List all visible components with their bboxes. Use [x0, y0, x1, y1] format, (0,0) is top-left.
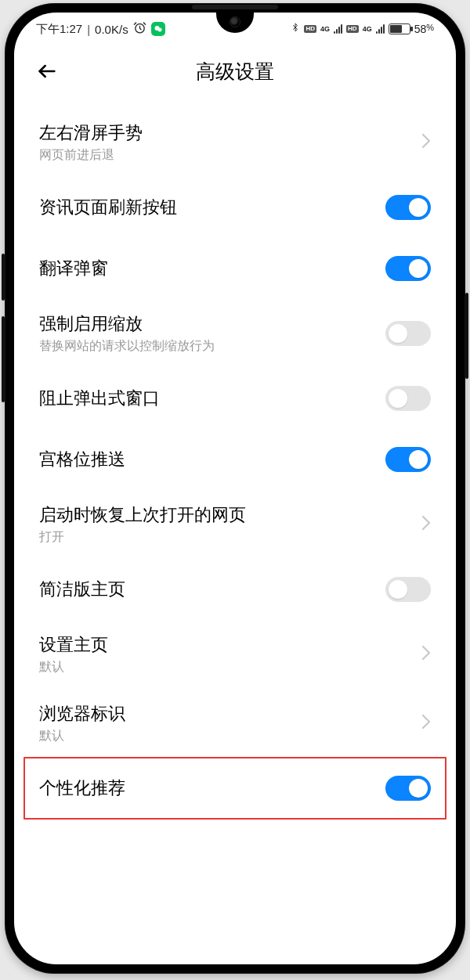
signal-bars-sim1: [334, 24, 342, 34]
app-header: 高级设置: [14, 45, 456, 97]
row-block-popups[interactable]: 阻止弹出式窗口: [14, 368, 456, 429]
power-button: [465, 293, 468, 379]
sim1-net-label: 4G: [320, 26, 330, 33]
row-label: 简洁版主页: [39, 578, 125, 601]
front-camera: [230, 16, 240, 27]
phone-frame: 下午1:27 | 0.0K/s HD 4G HD 4G: [5, 3, 465, 974]
back-button[interactable]: [31, 56, 63, 87]
screen: 下午1:27 | 0.0K/s HD 4G HD 4G: [14, 13, 456, 964]
alarm-icon: [133, 21, 146, 37]
row-subtitle: 默认: [39, 728, 125, 744]
row-news-refresh-button[interactable]: 资讯页面刷新按钮: [14, 177, 456, 238]
toggle-translate-popup[interactable]: [385, 256, 431, 281]
row-swipe-gesture[interactable]: 左右滑屏手势 网页前进后退: [14, 108, 456, 177]
row-subtitle: 网页前进后退: [39, 147, 143, 164]
row-force-zoom[interactable]: 强制启用缩放 替换网站的请求以控制缩放行为: [14, 299, 456, 368]
status-separator: |: [87, 23, 90, 36]
volume-down-button: [2, 316, 5, 402]
row-label: 资讯页面刷新按钮: [39, 196, 177, 219]
row-label: 翻译弹窗: [39, 257, 108, 280]
toggle-grid-push[interactable]: [385, 447, 431, 472]
bluetooth-icon: [291, 21, 300, 37]
settings-list: 左右滑屏手势 网页前进后退 资讯页面刷新按钮 翻译弹窗 强制启用缩放 替换网站的…: [14, 97, 456, 819]
row-label: 宫格位推送: [39, 448, 125, 471]
page-title: 高级设置: [14, 59, 456, 85]
status-net-speed: 0.0K/s: [95, 23, 128, 36]
signal-bars-sim2: [376, 24, 385, 34]
toggle-force-zoom[interactable]: [385, 321, 431, 346]
row-restore-tabs[interactable]: 启动时恢复上次打开的网页 打开: [14, 490, 456, 559]
row-label: 左右滑屏手势: [39, 121, 143, 145]
sim2-net-label: 4G: [363, 26, 372, 33]
toggle-simple-homepage[interactable]: [385, 577, 431, 602]
row-label: 强制启用缩放: [39, 312, 215, 336]
status-time: 下午1:27: [36, 22, 82, 37]
volume-up-button: [2, 254, 5, 301]
chevron-right-icon: [421, 645, 431, 664]
toggle-block-popups[interactable]: [385, 386, 431, 411]
row-set-homepage[interactable]: 设置主页 默认: [14, 620, 456, 689]
row-simple-homepage[interactable]: 简洁版主页: [14, 559, 456, 620]
toggle-personalized-recommendation[interactable]: [385, 776, 431, 801]
battery-icon: [389, 23, 410, 34]
earpiece-speaker: [192, 5, 278, 9]
chevron-right-icon: [421, 515, 431, 534]
row-subtitle: 默认: [39, 659, 108, 676]
row-subtitle: 替换网站的请求以控制缩放行为: [39, 338, 215, 355]
row-label: 个性化推荐: [39, 776, 125, 800]
row-grid-push[interactable]: 宫格位推送: [14, 429, 456, 490]
row-subtitle: 打开: [39, 529, 246, 546]
chevron-right-icon: [421, 133, 431, 152]
row-label: 阻止弹出式窗口: [39, 387, 160, 410]
toggle-news-refresh[interactable]: [385, 195, 431, 220]
svg-point-2: [157, 28, 161, 32]
hd-badge-sim1: HD: [304, 25, 316, 33]
row-browser-ua[interactable]: 浏览器标识 默认: [14, 689, 456, 758]
arrow-left-icon: [36, 60, 58, 82]
hd-badge-sim2: HD: [346, 25, 359, 33]
wechat-notification-icon: [151, 22, 165, 36]
row-translate-popup[interactable]: 翻译弹窗: [14, 238, 456, 299]
row-label: 启动时恢复上次打开的网页: [39, 503, 246, 527]
row-personalized-recommendation[interactable]: 个性化推荐: [14, 758, 456, 819]
battery-percentage: 58%: [414, 23, 434, 35]
row-label: 设置主页: [39, 633, 108, 657]
chevron-right-icon: [421, 714, 431, 733]
row-label: 浏览器标识: [39, 702, 125, 726]
